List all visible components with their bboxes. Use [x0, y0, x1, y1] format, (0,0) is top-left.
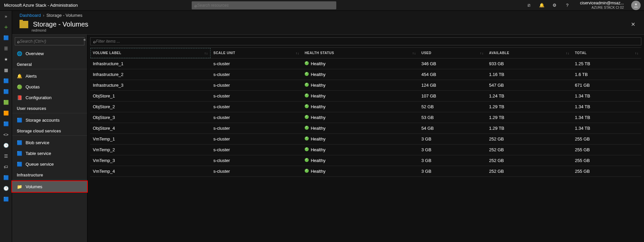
- sidebar-item-label: Table service: [26, 151, 51, 156]
- cell-total: 1.34 TB: [572, 91, 641, 102]
- sidebar-item-storage-accounts[interactable]: 🟦Storage accounts: [12, 115, 87, 125]
- rail-icon-16[interactable]: 🕐: [3, 185, 9, 192]
- sidebar-item-volumes[interactable]: 📁Volumes: [12, 181, 87, 192]
- column-label: TOTAL: [575, 51, 587, 55]
- column-header-scale-unit[interactable]: SCALE UNIT↑↓: [211, 48, 302, 58]
- sidebar-heading: User resources: [12, 103, 87, 113]
- sidebar-item-overview[interactable]: 🌐Overview: [12, 48, 87, 59]
- rail-icon-12[interactable]: 🕒: [3, 142, 9, 149]
- cell-health: Healthy: [302, 58, 419, 69]
- column-label: VOLUME LABEL: [93, 51, 121, 55]
- rail-icon-10[interactable]: 🟦: [3, 120, 9, 127]
- rail-icon-3[interactable]: ☰: [3, 45, 9, 52]
- notifications-icon[interactable]: 🔔: [539, 3, 544, 8]
- collapse-sidebar-icon[interactable]: «: [83, 37, 86, 42]
- avatar[interactable]: [631, 1, 641, 10]
- cell-health: Healthy: [302, 102, 419, 112]
- table-row[interactable]: ObjStore_4s-clusterHealthy54 GB1.29 TB1.…: [90, 123, 641, 134]
- sidebar-item-queue-service[interactable]: 🟦Queue service: [12, 159, 87, 169]
- table-row[interactable]: VmTemp_3s-clusterHealthy3 GB252 GB255 GB: [90, 155, 641, 166]
- search-icon: ⌕: [93, 39, 96, 44]
- cell-available: 1.29 TB: [486, 123, 572, 134]
- rail-icon-17[interactable]: 🟦: [3, 196, 9, 202]
- breadcrumb-current: Storage - Volumes: [46, 13, 82, 18]
- healthy-icon: [305, 72, 309, 76]
- rail-icon-0[interactable]: »: [3, 13, 9, 19]
- column-header-available[interactable]: AVAILABLE↑↓: [486, 48, 572, 58]
- sidebar-item-table-service[interactable]: 🟦Table service: [12, 148, 87, 159]
- table-row[interactable]: VmTemp_4s-clusterHealthy3 GB252 GB255 GB: [90, 166, 641, 177]
- column-label: HEALTH STATUS: [305, 51, 334, 55]
- sidebar-item-configuration[interactable]: 📕Configuration: [12, 92, 87, 103]
- sort-icon[interactable]: ↑↓: [296, 51, 299, 55]
- rail-icon-11[interactable]: <>: [3, 131, 9, 138]
- table-row[interactable]: ObjStore_2s-clusterHealthy52 GB1.29 TB1.…: [90, 102, 641, 112]
- column-header-used[interactable]: USED↑↓: [419, 48, 486, 58]
- rail-icon-5[interactable]: ▦: [3, 67, 9, 73]
- rail-icon-2[interactable]: 🟦: [3, 34, 9, 41]
- user-block[interactable]: ciserviceadmin@msaz... AZURE STACK CI 02: [577, 1, 624, 9]
- cell-used: 53 GB: [419, 112, 486, 123]
- rail-icon-13[interactable]: ☰: [3, 153, 9, 159]
- column-header-total[interactable]: TOTAL↑↓: [572, 48, 641, 58]
- cell-scale-unit: s-cluster: [211, 80, 302, 91]
- sort-icon[interactable]: ↑↓: [635, 51, 639, 55]
- table-row[interactable]: Infrastructure_2s-clusterHealthy454 GB1.…: [90, 69, 641, 80]
- rail-icon-7[interactable]: 🟦: [3, 88, 9, 95]
- cell-health: Healthy: [302, 69, 419, 80]
- column-label: USED: [421, 51, 431, 55]
- healthy-icon: [305, 115, 309, 119]
- folder-icon: [20, 21, 28, 28]
- rail-icon-1[interactable]: ＋: [3, 24, 9, 30]
- sidebar-item-label: Blob service: [26, 140, 49, 145]
- user-email: ciserviceadmin@msaz...: [580, 1, 624, 5]
- help-icon[interactable]: ?: [565, 3, 570, 8]
- sort-icon[interactable]: ↑↓: [204, 51, 208, 55]
- table-row[interactable]: ObjStore_3s-clusterHealthy53 GB1.29 TB1.…: [90, 112, 641, 123]
- cell-health: Healthy: [302, 155, 419, 166]
- table-row[interactable]: VmTemp_2s-clusterHealthy3 GB252 GB255 GB: [90, 145, 641, 155]
- table-row[interactable]: VmTemp_1s-clusterHealthy3 GB252 GB255 GB: [90, 134, 641, 145]
- rail-icon-6[interactable]: 🟦: [3, 77, 9, 84]
- sidebar-item-label: Alerts: [26, 74, 37, 79]
- settings-gear-icon[interactable]: ⚙: [552, 3, 557, 8]
- rail-icon-14[interactable]: 🏷: [3, 163, 9, 170]
- filter-row[interactable]: ⌕: [90, 37, 641, 45]
- table-row[interactable]: ObjStore_1s-clusterHealthy107 GB1.24 TB1…: [90, 91, 641, 102]
- rail-icon-15[interactable]: 🟦: [3, 174, 9, 181]
- sidebar-search-input[interactable]: [20, 39, 82, 44]
- cell-volume-label: VmTemp_3: [90, 155, 211, 166]
- sort-icon[interactable]: ↑↓: [412, 51, 416, 55]
- cell-available: 252 GB: [486, 155, 572, 166]
- page-title: Storage - Volumes: [33, 21, 88, 28]
- healthy-icon: [305, 104, 309, 108]
- column-label: AVAILABLE: [489, 51, 509, 55]
- table-row[interactable]: Infrastructure_3s-clusterHealthy124 GB54…: [90, 80, 641, 91]
- healthy-icon: [305, 61, 309, 65]
- sidebar-item-alerts[interactable]: 🔔Alerts: [12, 71, 87, 81]
- cell-volume-label: Infrastructure_1: [90, 58, 211, 69]
- sidebar-item-blob-service[interactable]: 🟦Blob service: [12, 137, 87, 148]
- rail-icon-4[interactable]: ★: [3, 56, 9, 63]
- table-row[interactable]: Infrastructure_1s-clusterHealthy346 GB93…: [90, 58, 641, 69]
- search-icon: ⌕: [17, 39, 20, 44]
- breadcrumb-root[interactable]: Dashboard: [20, 13, 41, 18]
- cell-health: Healthy: [302, 80, 419, 91]
- rail-icon-8[interactable]: 🟩: [3, 99, 9, 106]
- column-header-volume-label[interactable]: VOLUME LABEL↑↓: [90, 48, 211, 58]
- rail-icon-9[interactable]: 🟧: [3, 110, 9, 116]
- cell-used: 346 GB: [419, 58, 486, 69]
- sort-icon[interactable]: ↑↓: [566, 51, 570, 55]
- healthy-icon: [305, 126, 309, 130]
- global-search-input[interactable]: [197, 3, 334, 8]
- close-blade-icon[interactable]: ✕: [631, 21, 637, 28]
- global-search[interactable]: ⌕: [192, 1, 336, 9]
- sidebar-search[interactable]: ⌕: [15, 37, 84, 45]
- topbar-actions: ⎚ 🔔 ⚙ ? ciserviceadmin@msaz... AZURE STA…: [526, 1, 644, 10]
- cell-total: 255 GB: [572, 155, 641, 166]
- column-header-health-status[interactable]: HEALTH STATUS↑↓: [302, 48, 419, 58]
- filter-icon[interactable]: ⎚: [526, 3, 532, 8]
- filter-input[interactable]: [96, 39, 638, 44]
- sidebar-item-quotas[interactable]: 🟢Quotas: [12, 81, 87, 92]
- sort-icon[interactable]: ↑↓: [480, 51, 484, 55]
